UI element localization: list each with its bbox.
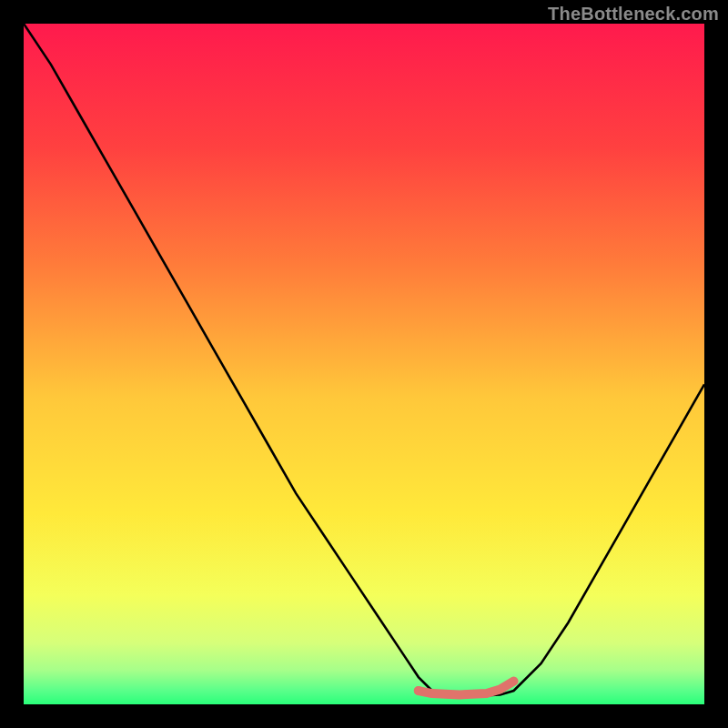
series-optimal-zone-marker: [419, 682, 514, 695]
series-bottleneck-curve: [24, 24, 704, 696]
chart-svg: [24, 24, 704, 704]
chart-frame: TheBottleneck.com: [0, 0, 728, 728]
plot-area: [24, 24, 704, 704]
watermark-label: TheBottleneck.com: [548, 4, 719, 25]
annotation-dot: [414, 686, 423, 695]
